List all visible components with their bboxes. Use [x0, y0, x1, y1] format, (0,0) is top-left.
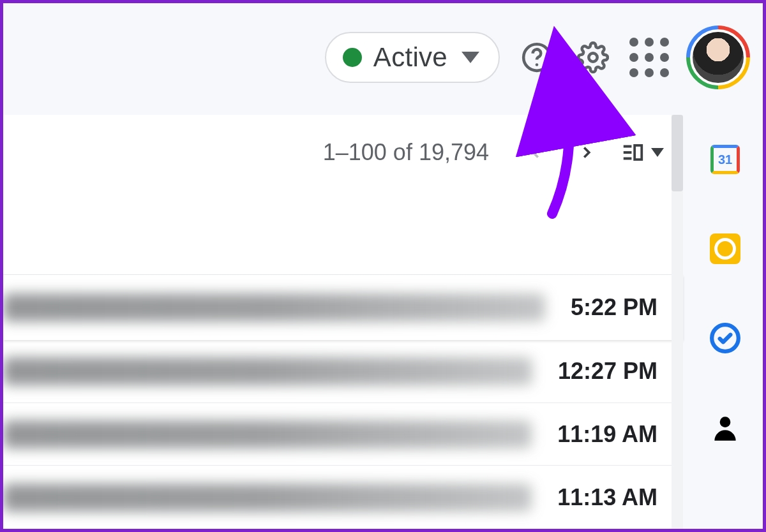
status-label: Active	[373, 42, 447, 73]
person-icon	[709, 411, 741, 443]
mail-subject-blurred	[3, 484, 532, 512]
mail-subject-blurred	[3, 293, 545, 321]
calendar-icon: 31	[710, 145, 740, 174]
mail-time: 11:19 AM	[557, 421, 657, 448]
account-button[interactable]	[686, 26, 750, 89]
chevron-right-icon	[577, 143, 596, 162]
mail-row[interactable]: 12:27 PM	[3, 340, 683, 403]
calendar-app-button[interactable]: 31	[709, 144, 741, 175]
contacts-app-button[interactable]	[709, 411, 741, 443]
mail-row[interactable]: 11:19 AM	[3, 403, 683, 466]
mail-time: 12:27 PM	[558, 358, 657, 385]
status-dot-icon	[343, 48, 362, 67]
pagination-counter: 1–100 of 19,794	[323, 139, 489, 166]
avatar	[690, 29, 746, 85]
status-chip[interactable]: Active	[325, 32, 500, 83]
chevron-left-icon	[526, 143, 545, 162]
gear-icon	[577, 41, 609, 73]
tasks-icon	[709, 322, 741, 354]
mail-row[interactable]: 11:13 AM	[3, 466, 683, 529]
chevron-down-icon	[651, 148, 664, 157]
scrollbar[interactable]	[672, 115, 683, 529]
help-icon	[521, 41, 553, 73]
toggle-split-pane-button[interactable]	[620, 140, 664, 165]
split-pane-icon	[620, 140, 645, 165]
svg-point-5	[720, 417, 731, 427]
mail-subject-blurred	[3, 357, 532, 385]
mail-subject-blurred	[3, 420, 532, 448]
svg-point-2	[589, 53, 597, 61]
mail-time: 11:13 AM	[557, 484, 657, 511]
keep-icon	[710, 233, 740, 264]
settings-button[interactable]	[574, 38, 612, 77]
side-panel: 31	[687, 118, 763, 529]
next-page-button[interactable]	[569, 135, 604, 170]
mail-list-card: 1–100 of 19,794 5:22 PM 12:27 PM 11:19 A…	[3, 115, 683, 529]
tabs-placeholder	[3, 191, 683, 275]
mail-time: 5:22 PM	[571, 294, 657, 321]
keep-app-button[interactable]	[709, 233, 741, 265]
apps-button[interactable]	[630, 38, 668, 77]
app-header: Active	[3, 3, 763, 112]
svg-point-1	[536, 63, 539, 66]
list-toolbar: 1–100 of 19,794	[3, 115, 683, 191]
apps-grid-icon	[629, 38, 669, 77]
mail-row[interactable]: 5:22 PM	[3, 275, 683, 340]
tasks-app-button[interactable]	[709, 322, 741, 354]
prev-page-button[interactable]	[518, 135, 553, 170]
help-button[interactable]	[518, 38, 556, 77]
chevron-down-icon	[462, 52, 479, 63]
svg-rect-3	[635, 145, 642, 159]
